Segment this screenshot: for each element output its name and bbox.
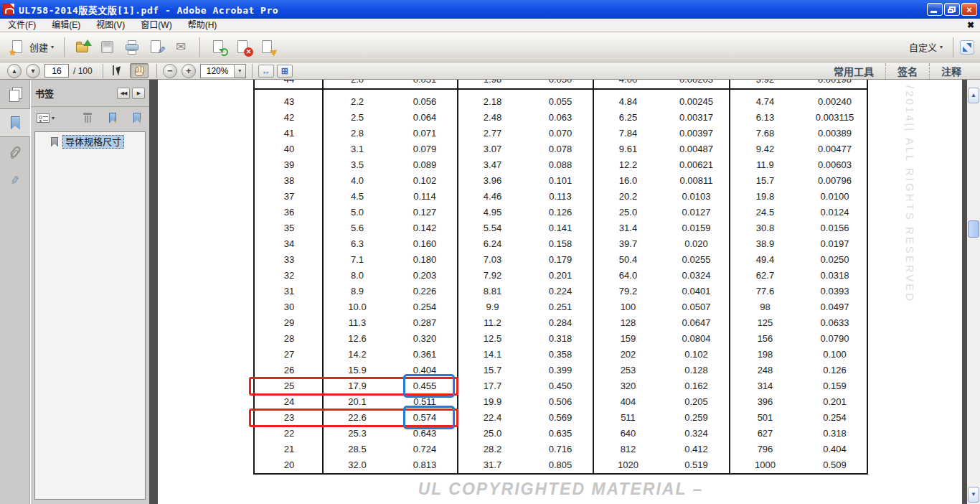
panel-menu-button[interactable]: ▶	[132, 88, 145, 99]
table-cell: 0.724	[391, 442, 458, 457]
table-row: 384.00.1023.960.10116.00.0081115.70.0079…	[255, 173, 867, 189]
email-button[interactable]: ✉	[169, 37, 193, 58]
table-cell: 0.00603	[800, 157, 870, 173]
table-cell: 20.1	[324, 394, 391, 410]
table-cell: 24	[255, 394, 324, 410]
zoom-out-button[interactable]: −	[163, 64, 177, 78]
vertical-scrollbar[interactable]: ▲ ▼	[967, 80, 980, 504]
table-cell: 0.0255	[662, 252, 730, 268]
delete-pages-button[interactable]: ✕	[231, 37, 255, 58]
fullscreen-expand-icon[interactable]	[960, 40, 974, 55]
sign-document-button[interactable]: ✎	[144, 37, 169, 58]
menu-edit[interactable]: 编辑(E)	[44, 19, 88, 32]
table-cell: 79.2	[594, 284, 662, 299]
close-button[interactable]: ×	[961, 3, 977, 16]
table-cell: 0.0507	[662, 299, 730, 315]
table-cell: 38	[255, 173, 324, 189]
table-cell: 15.7	[458, 363, 527, 378]
table-cell: 0.126	[800, 363, 870, 378]
table-cell: 0.00245	[662, 94, 730, 110]
create-pdf-button[interactable]: ★ 创建 ▾	[6, 37, 57, 58]
menu-help[interactable]: 帮助(H)	[180, 19, 225, 32]
menu-view[interactable]: 视图(V)	[88, 19, 133, 32]
pdf-table: 442.00.0511.980.0504.000.002033.920.0019…	[253, 80, 868, 475]
page-number-input[interactable]	[44, 64, 69, 78]
save-button[interactable]	[95, 37, 120, 58]
open-file-button[interactable]	[71, 37, 95, 58]
table-cell: 22	[255, 426, 324, 442]
table-cell: 4.0	[324, 173, 391, 189]
next-page-button[interactable]: ▼	[26, 64, 40, 78]
comment-panel-link[interactable]: 注释	[930, 64, 973, 78]
page-thumbnails-tab[interactable]	[0, 80, 30, 108]
table-cell: 4.95	[458, 205, 527, 220]
acrobat-window: UL758-2014版英文版[1].pdf - Adobe Acrobat Pr…	[0, 0, 980, 504]
attachments-tab[interactable]	[0, 137, 30, 166]
minimize-button[interactable]	[927, 3, 943, 16]
table-cell: 1.98	[458, 80, 527, 88]
signatures-tab[interactable]: ✎	[0, 166, 30, 195]
table-cell: 7.03	[458, 252, 527, 268]
table-row: 328.00.2037.920.20164.00.032462.70.0318	[255, 268, 867, 284]
customize-button[interactable]: 自定义 ▾	[905, 38, 946, 56]
minimize-icon	[930, 11, 937, 13]
table-cell: 0.00796	[800, 173, 870, 189]
new-bookmark-button[interactable]: ★	[109, 113, 116, 123]
table-cell: 0.00198	[800, 80, 867, 88]
table-cell: 2.18	[458, 94, 527, 110]
sign-panel-link[interactable]: 签名	[886, 64, 929, 78]
blue-annotation-box	[403, 374, 455, 398]
collapse-panel-button[interactable]: ◀◀	[117, 88, 130, 99]
table-cell: 0.813	[391, 457, 458, 473]
print-button[interactable]	[120, 37, 144, 58]
close-document-icon[interactable]: ✖	[967, 20, 974, 30]
table-cell: 0.284	[527, 315, 594, 331]
chevron-down-icon[interactable]: ▾	[234, 65, 245, 78]
table-cell: 4.00	[594, 80, 662, 88]
table-cell: 0.142	[391, 220, 458, 236]
panel-splitter[interactable]	[149, 80, 158, 504]
menu-window[interactable]: 窗口(W)	[133, 19, 179, 32]
scrollbar-thumb[interactable]	[968, 220, 979, 238]
table-cell: 42	[255, 110, 324, 126]
delete-bookmark-button[interactable]	[83, 113, 92, 123]
navigation-toolbar: ▲ ▼ / 100 − + 120% ▾ ↔ ⊞ 常用工具 签名 注释	[0, 62, 980, 80]
table-row: 442.00.0511.980.0504.000.002033.920.0019…	[255, 80, 867, 88]
table-cell: 0.201	[800, 394, 870, 410]
table-cell: 0.089	[391, 157, 458, 173]
table-row: 3010.00.2549.90.2511000.0507980.0497	[255, 299, 867, 315]
menu-file[interactable]: 文件(F)	[0, 19, 44, 32]
fit-width-button[interactable]: ↔	[258, 65, 274, 78]
bookmark-item[interactable]: 导体规格尺寸	[35, 132, 145, 151]
common-tools-link[interactable]: 常用工具	[822, 64, 885, 78]
zoom-level-combo[interactable]: 120% ▾	[200, 64, 246, 78]
share-file-button[interactable]	[255, 37, 280, 58]
export-bookmark-button[interactable]: ▶	[133, 113, 141, 123]
scroll-up-button[interactable]: ▲	[968, 88, 979, 103]
table-cell: 0.00317	[662, 110, 730, 126]
table-section-border	[255, 88, 867, 90]
table-cell: 31.4	[594, 220, 662, 236]
table-cell: 30	[255, 299, 324, 315]
toolbar-separator	[156, 64, 157, 78]
toolbar-separator	[953, 37, 953, 57]
export-file-button[interactable]	[207, 37, 231, 58]
bookmarks-tab[interactable]	[0, 108, 30, 137]
table-cell: 12.2	[594, 157, 662, 173]
scroll-down-button[interactable]: ▼	[968, 487, 979, 503]
pages-icon	[9, 87, 21, 101]
fit-page-button[interactable]: ⊞	[277, 65, 293, 78]
restore-button[interactable]	[944, 3, 960, 16]
hand-tool-button[interactable]	[130, 63, 149, 78]
previous-page-button[interactable]: ▲	[7, 64, 22, 78]
zoom-in-button[interactable]: +	[182, 64, 196, 78]
select-tool-button[interactable]	[109, 63, 128, 78]
table-cell: 16.0	[594, 173, 662, 189]
table-cell: 10.0	[324, 299, 391, 315]
table-cell: 812	[594, 442, 662, 457]
table-cell: 3.07	[458, 141, 527, 157]
table-cell: 0.412	[662, 442, 730, 457]
table-cell: 44	[255, 80, 324, 88]
bookmark-options-button[interactable]: ▾	[37, 113, 55, 123]
hand-tool-icon	[135, 70, 143, 76]
